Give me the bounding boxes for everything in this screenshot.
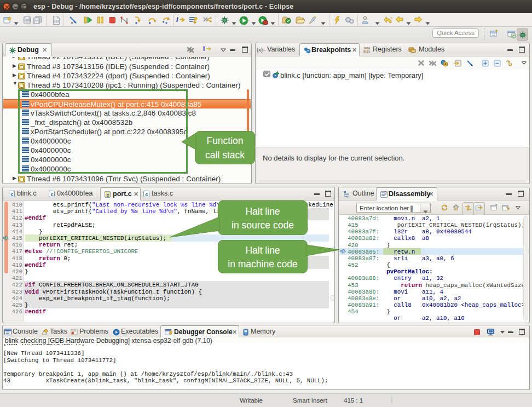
svg-text:0101: 0101	[363, 50, 370, 54]
svg-text:C: C	[512, 35, 515, 38]
svg-text:010: 010	[54, 20, 59, 24]
